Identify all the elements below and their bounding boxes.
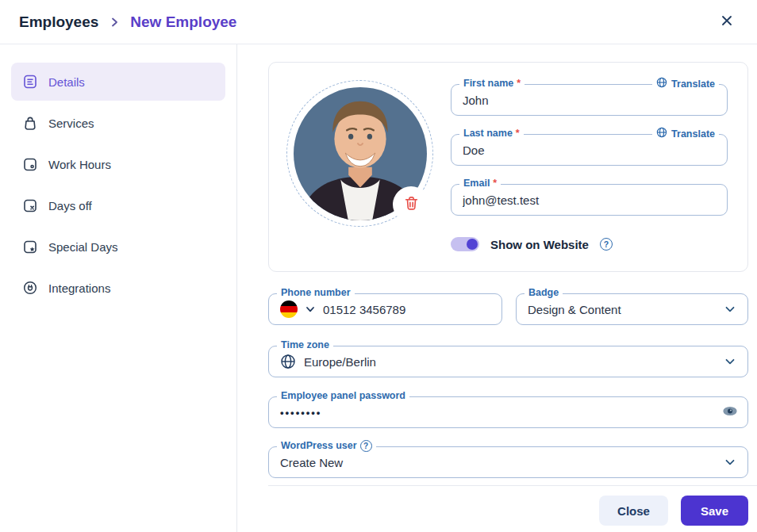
phone-field-wrapper: Phone number xyxy=(268,293,502,325)
show-on-website-label: Show on Website xyxy=(490,238,589,251)
save-button[interactable]: Save xyxy=(681,496,748,526)
email-label: Email xyxy=(463,178,490,189)
sidebar-item-services[interactable]: Services xyxy=(11,104,225,142)
germany-flag-icon[interactable] xyxy=(280,300,298,318)
close-icon xyxy=(720,14,733,29)
sidebar-item-days-off[interactable]: Days off xyxy=(11,186,225,224)
help-icon[interactable]: ? xyxy=(360,440,372,452)
eye-icon xyxy=(722,404,738,422)
breadcrumb-parent[interactable]: Employees xyxy=(19,13,98,31)
profile-card: First name * Translate xyxy=(268,62,748,272)
email-field-wrapper: Email * xyxy=(451,184,728,216)
timezone-label: Time zone xyxy=(281,339,329,351)
badge-select[interactable]: Badge Design & Content xyxy=(516,293,748,325)
dialog-header: Employees New Employee xyxy=(0,0,757,44)
close-button[interactable]: Close xyxy=(599,496,668,526)
sidebar-item-label: Days off xyxy=(48,199,92,212)
timezone-select[interactable]: Time zone Europe/Berlin xyxy=(268,346,748,377)
required-marker: * xyxy=(493,178,497,189)
breadcrumb-current: New Employee xyxy=(130,13,236,31)
last-name-label: Last name xyxy=(463,128,513,140)
country-chevron-down-icon[interactable] xyxy=(305,304,316,315)
sidebar-item-label: Services xyxy=(48,117,94,130)
chevron-down-icon[interactable] xyxy=(724,456,736,469)
panel-password-label: Employee panel password xyxy=(281,390,405,402)
first-name-translate-button[interactable]: Translate xyxy=(652,77,719,91)
sidebar-item-details[interactable]: Details xyxy=(11,63,225,101)
first-name-field-wrapper: First name * Translate xyxy=(451,84,728,116)
sidebar-item-label: Details xyxy=(48,75,85,89)
dialog-footer: Close Save xyxy=(268,496,748,526)
sidebar-item-label: Special Days xyxy=(48,240,118,254)
avatar-upload-area[interactable] xyxy=(286,80,433,227)
notes-icon xyxy=(22,74,38,90)
timezone-value: Europe/Berlin xyxy=(304,355,736,369)
chevron-down-icon[interactable] xyxy=(724,303,736,316)
phone-input[interactable] xyxy=(323,303,490,316)
show-on-website-row: Show on Website ? xyxy=(451,237,728,251)
globe-icon xyxy=(656,127,667,141)
last-name-input[interactable] xyxy=(463,144,716,157)
wordpress-user-select[interactable]: WordPress user ? Create New xyxy=(268,446,748,478)
delete-avatar-button[interactable] xyxy=(393,186,429,223)
new-employee-dialog: Employees New Employee Details xyxy=(0,0,757,532)
chevron-right-icon xyxy=(109,17,120,28)
globe-icon xyxy=(656,77,667,91)
footer-divider xyxy=(268,485,757,486)
sidebar-item-integrations[interactable]: Integrations xyxy=(11,269,225,307)
calendar-x-icon xyxy=(22,197,38,213)
wordpress-user-label: WordPress user xyxy=(281,440,357,452)
close-dialog-button[interactable] xyxy=(717,11,736,33)
sidebar-item-special-days[interactable]: Special Days xyxy=(11,228,225,266)
globe-icon xyxy=(280,354,296,369)
first-name-label: First name xyxy=(463,78,513,90)
dialog-sidebar: Details Services Work Hours xyxy=(0,44,237,532)
details-panel: First name * Translate xyxy=(237,44,757,532)
toggle-password-visibility-button[interactable] xyxy=(722,404,738,422)
first-name-input[interactable] xyxy=(463,94,716,107)
calendar-star-icon xyxy=(22,239,38,255)
wordpress-user-value: Create New xyxy=(280,456,736,469)
sidebar-item-label: Work Hours xyxy=(48,158,111,171)
badge-label: Badge xyxy=(528,287,559,299)
last-name-field-wrapper: Last name * Translate xyxy=(451,134,728,166)
chevron-down-icon[interactable] xyxy=(724,355,736,368)
last-name-translate-button[interactable]: Translate xyxy=(652,127,719,141)
required-marker: * xyxy=(517,78,521,90)
calendar-dot-icon xyxy=(22,156,38,172)
sidebar-item-label: Integrations xyxy=(48,281,110,295)
email-input[interactable] xyxy=(463,193,716,207)
sidebar-item-work-hours[interactable]: Work Hours xyxy=(11,145,225,183)
trash-icon xyxy=(403,195,420,214)
bag-icon xyxy=(22,115,38,131)
panel-password-input[interactable]: •••••••• xyxy=(280,407,736,419)
show-on-website-toggle[interactable] xyxy=(451,237,479,251)
phone-label: Phone number xyxy=(281,287,351,299)
panel-password-field-wrapper: Employee panel password •••••••• xyxy=(268,396,748,428)
help-icon[interactable]: ? xyxy=(600,238,613,251)
integrations-icon xyxy=(22,280,38,296)
badge-value: Design & Content xyxy=(528,303,736,316)
required-marker: * xyxy=(516,128,520,140)
